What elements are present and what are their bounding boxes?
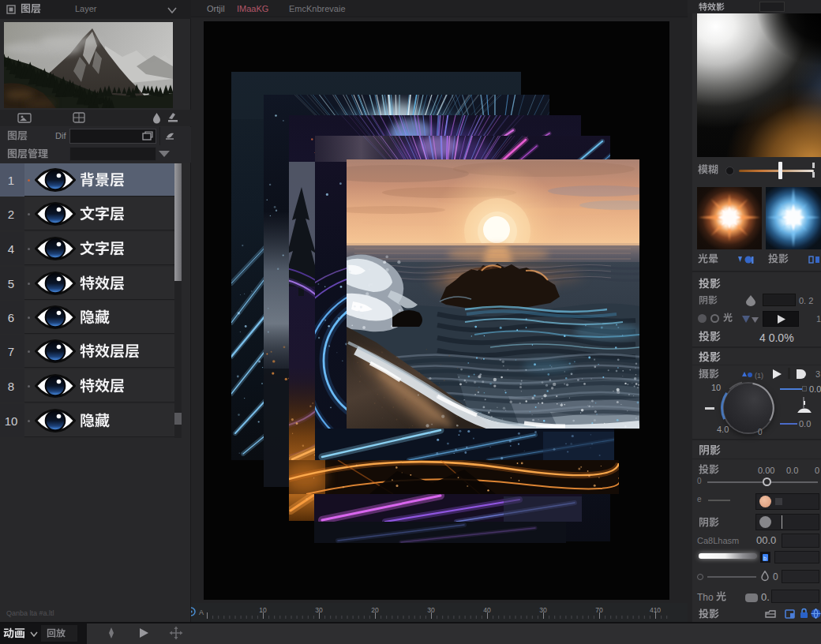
svg-text:30: 30 bbox=[427, 606, 435, 614]
svg-text:410: 410 bbox=[650, 606, 661, 614]
svg-text:30: 30 bbox=[539, 606, 547, 614]
svg-text:20: 20 bbox=[371, 606, 379, 614]
svg-text:A: A bbox=[199, 608, 204, 616]
svg-text:30: 30 bbox=[315, 606, 323, 614]
svg-text:70: 70 bbox=[595, 606, 603, 614]
svg-text:10: 10 bbox=[259, 606, 267, 614]
svg-text:40: 40 bbox=[483, 606, 491, 614]
svg-text:b: b bbox=[763, 556, 767, 561]
